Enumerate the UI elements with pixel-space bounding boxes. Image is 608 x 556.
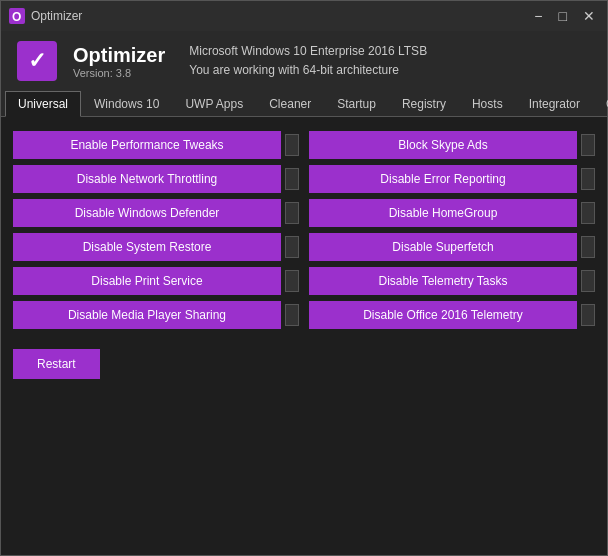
tab-integrator[interactable]: Integrator: [516, 91, 593, 116]
btn-print-indicator: [285, 270, 299, 292]
tab-cleaner[interactable]: Cleaner: [256, 91, 324, 116]
btn-skype-wrapper: Block Skype Ads: [309, 131, 595, 159]
system-info: Microsoft Windows 10 Enterprise 2016 LTS…: [189, 42, 427, 80]
btn-defender-wrapper: Disable Windows Defender: [13, 199, 299, 227]
svg-text:O: O: [12, 10, 21, 24]
action-button-grid: Enable Performance Tweaks Block Skype Ad…: [13, 131, 595, 329]
btn-media-wrapper: Disable Media Player Sharing: [13, 301, 299, 329]
btn-telemetry-wrapper: Disable Telemetry Tasks: [309, 267, 595, 295]
disable-telemetry-tasks-button[interactable]: Disable Telemetry Tasks: [309, 267, 577, 295]
disable-print-service-button[interactable]: Disable Print Service: [13, 267, 281, 295]
btn-error-wrapper: Disable Error Reporting: [309, 165, 595, 193]
titlebar: O Optimizer − □ ✕: [1, 1, 607, 31]
close-button[interactable]: ✕: [579, 9, 599, 23]
disable-network-throttling-button[interactable]: Disable Network Throttling: [13, 165, 281, 193]
btn-error-indicator: [581, 168, 595, 190]
disable-error-reporting-button[interactable]: Disable Error Reporting: [309, 165, 577, 193]
btn-superfetch-wrapper: Disable Superfetch: [309, 233, 595, 261]
block-skype-ads-button[interactable]: Block Skype Ads: [309, 131, 577, 159]
system-info-line2: You are working with 64-bit architecture: [189, 61, 427, 80]
btn-print-wrapper: Disable Print Service: [13, 267, 299, 295]
system-info-line1: Microsoft Windows 10 Enterprise 2016 LTS…: [189, 42, 427, 61]
btn-defender-indicator: [285, 202, 299, 224]
titlebar-controls: − □ ✕: [530, 9, 599, 23]
tab-content: Enable Performance Tweaks Block Skype Ad…: [1, 117, 607, 555]
app-logo: ✓: [17, 41, 57, 81]
disable-system-restore-button[interactable]: Disable System Restore: [13, 233, 281, 261]
btn-perf-indicator: [285, 134, 299, 156]
btn-homegroup-wrapper: Disable HomeGroup: [309, 199, 595, 227]
tab-hosts[interactable]: Hosts: [459, 91, 516, 116]
tab-universal[interactable]: Universal: [5, 91, 81, 117]
btn-skype-indicator: [581, 134, 595, 156]
checkmark-icon: ✓: [28, 48, 46, 74]
btn-throttle-wrapper: Disable Network Throttling: [13, 165, 299, 193]
app-version: Version: 3.8: [73, 67, 165, 79]
btn-restore-wrapper: Disable System Restore: [13, 233, 299, 261]
restart-button[interactable]: Restart: [13, 349, 100, 379]
app-window: O Optimizer − □ ✕ ✓ Optimizer Version: 3…: [0, 0, 608, 556]
btn-office-indicator: [581, 304, 595, 326]
btn-media-indicator: [285, 304, 299, 326]
disable-homegroup-button[interactable]: Disable HomeGroup: [309, 199, 577, 227]
enable-performance-tweaks-button[interactable]: Enable Performance Tweaks: [13, 131, 281, 159]
disable-office-telemetry-button[interactable]: Disable Office 2016 Telemetry: [309, 301, 577, 329]
tab-bar: Universal Windows 10 UWP Apps Cleaner St…: [1, 91, 607, 117]
app-header: ✓ Optimizer Version: 3.8 Microsoft Windo…: [1, 31, 607, 91]
btn-homegroup-indicator: [581, 202, 595, 224]
app-name: Optimizer: [73, 43, 165, 67]
btn-superfetch-indicator: [581, 236, 595, 258]
minimize-button[interactable]: −: [530, 9, 546, 23]
titlebar-title: Optimizer: [31, 9, 530, 23]
tab-windows10[interactable]: Windows 10: [81, 91, 172, 116]
tab-registry[interactable]: Registry: [389, 91, 459, 116]
btn-perf-wrapper: Enable Performance Tweaks: [13, 131, 299, 159]
disable-windows-defender-button[interactable]: Disable Windows Defender: [13, 199, 281, 227]
btn-telemetry-indicator: [581, 270, 595, 292]
tab-uwp[interactable]: UWP Apps: [172, 91, 256, 116]
tab-options[interactable]: Options: [593, 91, 608, 116]
btn-throttle-indicator: [285, 168, 299, 190]
maximize-button[interactable]: □: [555, 9, 571, 23]
btn-office-wrapper: Disable Office 2016 Telemetry: [309, 301, 595, 329]
app-icon: O: [9, 8, 25, 24]
disable-superfetch-button[interactable]: Disable Superfetch: [309, 233, 577, 261]
btn-restore-indicator: [285, 236, 299, 258]
header-title-block: Optimizer Version: 3.8: [73, 43, 165, 79]
tab-startup[interactable]: Startup: [324, 91, 389, 116]
disable-media-player-sharing-button[interactable]: Disable Media Player Sharing: [13, 301, 281, 329]
